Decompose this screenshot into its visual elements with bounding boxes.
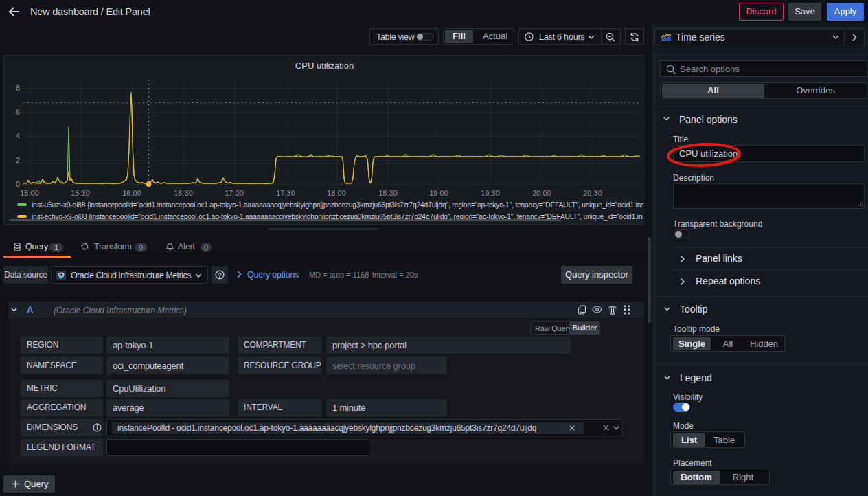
svg-text:20:30: 20:30: [583, 189, 602, 197]
svg-text:2: 2: [16, 156, 20, 164]
svg-text:16:00: 16:00: [122, 189, 141, 197]
svg-text:17:30: 17:30: [276, 189, 295, 197]
svg-text:17:00: 17:00: [225, 189, 244, 197]
svg-text:0: 0: [16, 180, 20, 188]
svg-text:8: 8: [16, 84, 20, 92]
svg-text:18:00: 18:00: [327, 189, 346, 197]
svg-text:15:00: 15:00: [20, 189, 39, 197]
svg-text:19:00: 19:00: [429, 189, 448, 197]
svg-text:19:30: 19:30: [481, 189, 500, 197]
svg-text:20:00: 20:00: [532, 189, 551, 197]
svg-text:6: 6: [16, 108, 20, 116]
svg-text:18:30: 18:30: [378, 189, 398, 197]
svg-text:16:30: 16:30: [174, 189, 193, 197]
svg-text:4: 4: [16, 132, 20, 140]
svg-text:15:30: 15:30: [71, 189, 90, 197]
